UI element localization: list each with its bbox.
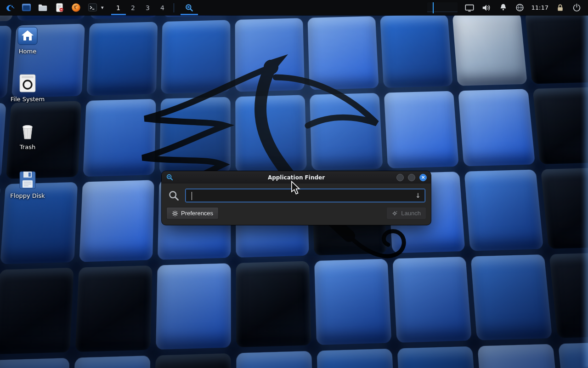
panel-separator	[174, 3, 174, 12]
wallpaper-cube	[0, 268, 74, 354]
window-title: Application Finder	[162, 174, 431, 181]
terminal-button[interactable]	[86, 1, 99, 14]
desktop-icon-label: Home	[19, 48, 36, 55]
launch-button[interactable]: Launch	[386, 207, 426, 219]
wallpaper-cube	[71, 356, 150, 368]
workspace-switcher: 1 2 3 4	[111, 0, 170, 15]
titlebar[interactable]: Application Finder ×	[162, 171, 431, 184]
wallpaper-cube	[540, 167, 588, 249]
wallpaper-cube	[525, 11, 588, 84]
drive-icon	[17, 74, 38, 93]
file-manager-icon	[38, 2, 48, 13]
wallpaper-cube	[458, 89, 535, 166]
wallpaper-cube	[471, 254, 552, 340]
wallpaper-cube	[397, 346, 479, 368]
wallpaper-cube	[317, 349, 396, 368]
cpu-graph[interactable]	[427, 2, 458, 13]
text-editor-button[interactable]	[53, 1, 66, 14]
wallpaper-cube	[236, 261, 311, 347]
wallpaper-cube	[0, 358, 69, 368]
kali-menu-icon	[5, 2, 16, 13]
wallpaper-cube	[314, 259, 392, 345]
wallpaper-cube	[75, 265, 152, 352]
workspace-3[interactable]: 3	[141, 0, 155, 15]
wallpaper-cube	[532, 87, 588, 164]
arrow-down-icon[interactable]: ↓	[415, 192, 425, 199]
bell-icon	[498, 3, 508, 12]
wallpaper-cube	[236, 351, 314, 368]
desktop-icon-floppy-disk[interactable]: Floppy Disk	[6, 170, 50, 199]
search-entry[interactable]: ↓	[185, 189, 425, 202]
wallpaper-cube	[464, 170, 543, 251]
display-icon	[464, 3, 475, 13]
firefox-button[interactable]	[70, 1, 82, 14]
wallpaper-cube	[153, 353, 231, 368]
network-icon	[515, 3, 525, 12]
panel-launchers: ▾	[4, 1, 104, 14]
places-icon	[21, 2, 32, 13]
desktop-icon-trash[interactable]: Trash	[6, 121, 50, 150]
terminal-dropdown-arrow[interactable]: ▾	[101, 5, 104, 11]
places-button[interactable]	[20, 1, 33, 14]
preferences-button[interactable]: Preferences	[166, 207, 219, 219]
kali-menu-button[interactable]	[4, 1, 16, 14]
taskbar-application-finder[interactable]	[181, 0, 198, 15]
workspace-1[interactable]: 1	[111, 0, 126, 15]
lock-icon	[555, 3, 565, 12]
kali-dragon-logo	[117, 50, 420, 266]
desktop-icon-home[interactable]: Home	[6, 26, 50, 55]
launch-label: Launch	[401, 210, 421, 217]
gear-icon	[172, 210, 178, 217]
desktop-icon-label: Floppy Disk	[10, 193, 45, 199]
wallpaper-cube	[452, 12, 527, 86]
application-finder-icon	[166, 173, 174, 181]
wallpaper-cube	[478, 344, 561, 368]
minimize-button[interactable]	[396, 174, 404, 181]
application-finder-window: Application Finder × ↓ Preferences	[162, 171, 431, 225]
file-manager-button[interactable]	[37, 1, 49, 14]
preferences-label: Preferences	[181, 210, 213, 217]
edge-light	[582, 0, 588, 368]
text-editor-icon	[54, 2, 65, 13]
launch-gear-icon	[392, 210, 398, 217]
network-indicator[interactable]	[515, 3, 525, 12]
display-indicator[interactable]	[464, 3, 475, 13]
home-icon	[17, 26, 38, 45]
firefox-icon	[71, 2, 81, 13]
notifications-indicator[interactable]	[498, 3, 508, 12]
logout-button[interactable]	[572, 3, 582, 12]
workspace-2[interactable]: 2	[126, 0, 141, 15]
text-caret	[192, 192, 192, 200]
search-input[interactable]	[186, 192, 415, 199]
desktop-icon-label: Trash	[20, 144, 35, 150]
clock[interactable]: 11:17	[531, 4, 548, 11]
top-panel: ▾ 1 2 3 4	[0, 0, 588, 15]
terminal-icon	[87, 2, 98, 13]
screen-lock-button[interactable]	[555, 3, 565, 12]
power-icon	[572, 3, 582, 12]
application-finder-task-icon	[185, 3, 194, 12]
wallpaper-cube	[393, 257, 472, 343]
workspace-4[interactable]: 4	[155, 0, 170, 15]
volume-indicator[interactable]	[481, 3, 492, 13]
wallpaper-cube	[156, 263, 231, 350]
desktop-icon-file-system[interactable]: File System	[6, 74, 50, 103]
maximize-button[interactable]	[408, 174, 415, 181]
trash-icon	[17, 121, 38, 141]
volume-icon	[481, 3, 492, 13]
floppy-icon	[17, 170, 38, 190]
search-icon	[168, 190, 180, 202]
desktop-icon-label: File System	[11, 96, 45, 103]
close-button[interactable]: ×	[419, 174, 427, 181]
system-tray: 11:17	[427, 2, 585, 13]
